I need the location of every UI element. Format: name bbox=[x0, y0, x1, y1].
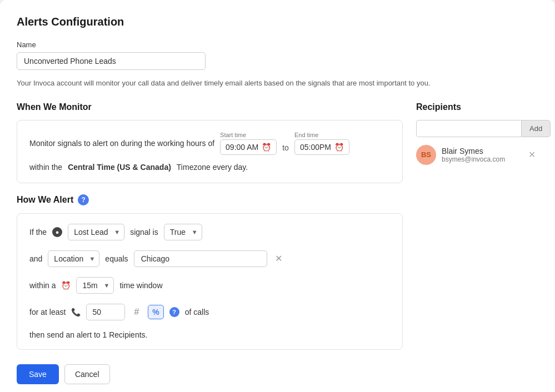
time-window-select-wrap[interactable]: 15m ▼ bbox=[76, 277, 114, 294]
if-the-text: If the bbox=[29, 228, 47, 237]
when-we-monitor-title: When We Monitor bbox=[17, 102, 403, 112]
of-calls-text: of calls bbox=[185, 308, 209, 316]
count-help-icon[interactable]: ? bbox=[169, 307, 179, 317]
main-layout: When We Monitor Monitor signals to alert… bbox=[17, 102, 538, 384]
timezone-prefix: within the bbox=[29, 163, 62, 172]
location-field-select-wrap[interactable]: Location ▼ bbox=[48, 250, 99, 267]
signal-value-select[interactable]: True bbox=[164, 224, 202, 240]
end-time-group: End time 05:00PM ⏰ bbox=[294, 132, 349, 155]
add-recipient-wrap: Add bbox=[416, 120, 538, 137]
location-field-select[interactable]: Location bbox=[48, 250, 99, 267]
footer-buttons: Save Cancel bbox=[17, 364, 403, 384]
description-text: Your Invoca account will monitor your ca… bbox=[17, 78, 538, 89]
monitor-row: Monitor signals to alert on during the w… bbox=[29, 132, 390, 155]
how-we-alert-help-icon[interactable]: ? bbox=[78, 194, 89, 205]
signal-value-select-wrap[interactable]: True ▼ bbox=[164, 224, 202, 240]
time-window-select[interactable]: 15m bbox=[76, 277, 114, 294]
add-recipient-button[interactable]: Add bbox=[521, 120, 551, 137]
alert-card: If the ● Lost Lead ▼ signal is True ▼ bbox=[17, 213, 403, 350]
cancel-button[interactable]: Cancel bbox=[64, 364, 110, 384]
start-time-input[interactable]: 09:00 AM ⏰ bbox=[220, 139, 277, 155]
end-clock-icon: ⏰ bbox=[334, 143, 344, 152]
end-time-label: End time bbox=[294, 132, 349, 138]
name-label: Name bbox=[17, 41, 538, 49]
avatar-initials: BS bbox=[421, 150, 431, 159]
signal-select-wrap[interactable]: Lost Lead ▼ bbox=[68, 224, 124, 240]
end-time-input[interactable]: 05:00PM ⏰ bbox=[294, 139, 349, 155]
start-time-label: Start time bbox=[220, 132, 277, 138]
save-button[interactable]: Save bbox=[17, 364, 59, 384]
alert-row-3: within a ⏰ 15m ▼ time window bbox=[29, 277, 390, 294]
phone-icon: 📞 bbox=[71, 308, 81, 316]
recipient-name: Blair Symes bbox=[442, 147, 520, 155]
hash-button[interactable]: # bbox=[131, 305, 142, 319]
alert-row-2: and Location ▼ equals ✕ bbox=[29, 250, 390, 267]
end-time-value: 05:00PM bbox=[300, 143, 331, 152]
remove-recipient-button[interactable]: ✕ bbox=[526, 148, 538, 161]
recipient-row: BS Blair Symes bsymes@invoca.com ✕ bbox=[416, 145, 538, 165]
how-we-alert-title: How We Alert ? bbox=[17, 194, 403, 205]
signal-select[interactable]: Lost Lead bbox=[68, 224, 124, 240]
to-text: to bbox=[282, 134, 289, 152]
left-column: When We Monitor Monitor signals to alert… bbox=[17, 102, 403, 384]
equals-text: equals bbox=[105, 254, 128, 263]
summary-text: then send an alert to 1 Recipients. bbox=[29, 330, 147, 339]
monitor-card: Monitor signals to alert on during the w… bbox=[17, 120, 403, 183]
start-time-group: Start time 09:00 AM ⏰ bbox=[220, 132, 277, 155]
page-title: Alerts Configuration bbox=[17, 16, 538, 28]
time-window-clock-icon: ⏰ bbox=[61, 281, 71, 290]
name-input[interactable] bbox=[17, 52, 206, 70]
signal-dot-icon: ● bbox=[52, 227, 62, 237]
alerts-configuration-window: Alerts Configuration Name Your Invoca ac… bbox=[0, 0, 555, 392]
add-recipient-input[interactable] bbox=[416, 120, 521, 137]
percent-button[interactable]: % bbox=[148, 305, 163, 319]
location-value-input[interactable] bbox=[134, 250, 267, 267]
within-a-text: within a bbox=[29, 281, 56, 290]
for-at-least-text: for at least bbox=[29, 308, 66, 316]
recipient-info: Blair Symes bsymes@invoca.com bbox=[442, 147, 520, 163]
time-window-suffix: time window bbox=[119, 281, 162, 290]
and-text: and bbox=[29, 254, 42, 263]
recipients-panel: Recipients Add BS Blair Symes bsymes@inv… bbox=[416, 102, 538, 384]
timezone-row: within the Central Time (US & Canada) Ti… bbox=[29, 163, 390, 172]
location-clear-button[interactable]: ✕ bbox=[273, 252, 284, 265]
signal-is-text: signal is bbox=[130, 228, 158, 237]
recipients-title: Recipients bbox=[416, 102, 538, 112]
alert-row-4: for at least 📞 # % ? of calls bbox=[29, 304, 390, 320]
avatar: BS bbox=[416, 145, 436, 165]
count-input[interactable] bbox=[86, 304, 125, 320]
alert-row-5: then send an alert to 1 Recipients. bbox=[29, 330, 390, 339]
recipient-email: bsymes@invoca.com bbox=[442, 155, 520, 163]
alert-row-1: If the ● Lost Lead ▼ signal is True ▼ bbox=[29, 224, 390, 240]
start-clock-icon: ⏰ bbox=[262, 143, 271, 152]
timezone-name: Central Time (US & Canada) bbox=[68, 163, 171, 172]
start-time-value: 09:00 AM bbox=[226, 143, 258, 152]
timezone-suffix: Timezone every day. bbox=[177, 163, 248, 172]
monitor-intro: Monitor signals to alert on during the w… bbox=[29, 139, 214, 148]
